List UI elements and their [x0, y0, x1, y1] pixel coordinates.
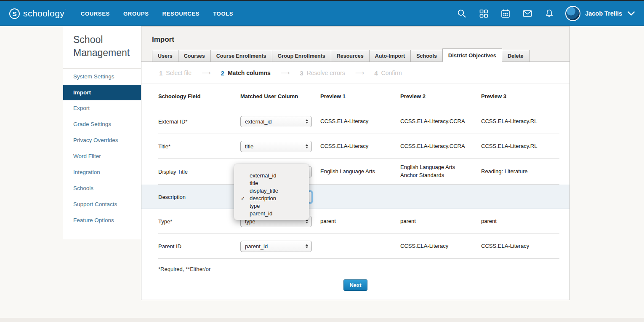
check-icon: ✓: [241, 195, 245, 202]
step-arrow-icon: ⟶: [281, 69, 290, 77]
notifications-icon[interactable]: [544, 8, 554, 19]
menu-item-parent-id[interactable]: parent_id: [234, 210, 309, 217]
column-header-preview-3: Preview 3: [481, 93, 560, 99]
preview-3-value: CCSS.ELA-Literacy.RL: [481, 142, 560, 150]
table-row-type: Type* type parent parent parent: [158, 209, 559, 234]
sidebar-item-privacy-overrides[interactable]: Privacy Overrides: [63, 132, 141, 148]
column-header-matched-user-column: Matched User Column: [240, 93, 320, 99]
menu-item-display-title[interactable]: display_title: [234, 187, 309, 195]
tab-course-enrollments[interactable]: Course Enrollments: [210, 50, 272, 62]
step-arrow-icon: ⟶: [355, 69, 365, 77]
parent-id-select[interactable]: parent_id: [240, 241, 312, 252]
select-value: title: [245, 143, 253, 150]
field-label: Title*: [158, 143, 240, 150]
column-header-schoology-field: Schoology Field: [158, 93, 240, 99]
messages-icon[interactable]: [522, 8, 532, 19]
preview-3-value: CCSS.ELA-Literacy.RL: [481, 118, 560, 126]
sidebar-title: School Management: [63, 26, 141, 69]
step-label: Resolve errors: [307, 70, 345, 76]
sidebar-item-support-contacts[interactable]: Support Contacts: [63, 196, 141, 212]
table-row-display-title: Display Title English Language Arts Engl…: [158, 159, 559, 185]
table-row-title: Title* title CCSS.ELA-Literacy CCSS.ELA-…: [158, 134, 559, 159]
step-select-file: 1 Select file: [159, 70, 192, 77]
field-label: Parent ID: [158, 243, 240, 250]
external-id-select[interactable]: external_id: [240, 116, 312, 127]
preview-1-value: parent: [320, 217, 400, 225]
required-footnote: *Required, **Either/or: [158, 266, 559, 272]
preview-3-value: Reading: Literature: [481, 168, 560, 176]
field-label: Display Title: [158, 169, 240, 175]
step-number: 2: [221, 70, 224, 77]
menu-item-title[interactable]: title: [234, 180, 309, 187]
user-name[interactable]: Jacob Trellis: [585, 10, 622, 17]
sidebar-item-schools[interactable]: Schools: [63, 180, 141, 196]
preview-3-value: CCSS.ELA-Literacy: [481, 242, 560, 250]
field-label: Type*: [158, 218, 240, 225]
nav-item-courses[interactable]: COURSES: [81, 11, 110, 17]
schoology-logo[interactable]: S schoology: [9, 8, 66, 19]
sidebar-item-word-filter[interactable]: Word Filter: [63, 148, 141, 164]
step-resolve-errors: 3 Resolve errors: [300, 70, 345, 77]
tab-district-objectives[interactable]: District Objectives: [442, 48, 502, 62]
title-select[interactable]: title: [240, 141, 312, 152]
page-footer-strip: [0, 318, 644, 322]
preview-3-value: parent: [481, 217, 560, 225]
step-number: 4: [374, 70, 378, 77]
select-arrows-icon: [306, 119, 308, 123]
step-match-columns: 2 Match columns: [221, 70, 271, 77]
nav-item-tools[interactable]: TOOLS: [213, 11, 233, 17]
next-button[interactable]: Next: [343, 279, 367, 291]
page-title: Import: [141, 27, 569, 44]
preview-1-value: CCSS.ELA-Literacy: [320, 142, 400, 150]
tab-resources[interactable]: Resources: [331, 50, 370, 62]
wizard-steps: 1 Select file ⟶ 2 Match columns ⟶ 3 Reso…: [141, 62, 569, 83]
sidebar-item-system-settings[interactable]: System Settings: [63, 69, 141, 85]
tab-courses[interactable]: Courses: [178, 50, 211, 62]
step-number: 1: [159, 70, 162, 77]
table-row-parent-id: Parent ID parent_id CCSS.ELA-Literacy CC…: [158, 234, 559, 259]
calendar-icon[interactable]: [500, 8, 511, 19]
column-dropdown-menu: external_id title display_title ✓ descri…: [234, 164, 309, 220]
tab-delete[interactable]: Delete: [502, 50, 530, 62]
field-label: External ID*: [158, 118, 240, 125]
sidebar-item-feature-options[interactable]: Feature Options: [63, 212, 141, 228]
sidebar-item-import[interactable]: Import: [63, 85, 141, 100]
tab-auto-import[interactable]: Auto-Import: [369, 50, 411, 62]
menu-item-type[interactable]: type: [234, 202, 309, 210]
preview-2-value: English Language Arts Anchor Standards: [400, 164, 481, 180]
schoology-logo-icon: S: [9, 8, 20, 19]
app-grid-icon[interactable]: [479, 8, 489, 19]
column-header-preview-1: Preview 1: [320, 93, 400, 99]
sidebar-item-grade-settings[interactable]: Grade Settings: [63, 116, 141, 132]
panel-header: Import Users Courses Course Enrollments …: [141, 27, 569, 62]
import-tabs: Users Courses Course Enrollments Group E…: [152, 48, 529, 62]
chevron-down-icon[interactable]: [628, 11, 635, 16]
sidebar-item-export[interactable]: Export: [63, 100, 141, 116]
match-table-header: Schoology Field Matched User Column Prev…: [158, 83, 559, 109]
menu-item-external-id[interactable]: external_id: [234, 172, 309, 180]
nav-item-resources[interactable]: RESOURCES: [162, 11, 200, 17]
navbar-right-group: Jacob Trellis: [445, 6, 635, 21]
field-label: Description: [158, 194, 240, 200]
preview-2-value: CCSS.ELA-Literacy.CCRA: [400, 142, 481, 150]
user-avatar[interactable]: [565, 6, 580, 21]
preview-2-value: CCSS.ELA-Literacy.CCRA: [400, 118, 481, 126]
table-row-external-id: External ID* external_id CCSS.ELA-Litera…: [158, 109, 559, 134]
tab-schools[interactable]: Schools: [410, 50, 443, 62]
preview-2-value: parent: [400, 217, 481, 225]
tab-users[interactable]: Users: [152, 50, 178, 62]
top-navbar: S schoology COURSES GROUPS RESOURCES TOO…: [0, 1, 644, 26]
step-label: Match columns: [228, 70, 271, 76]
tab-group-enrollments[interactable]: Group Enrollments: [272, 50, 331, 62]
menu-item-description[interactable]: ✓ description: [234, 195, 309, 202]
step-confirm: 4 Confirm: [374, 70, 402, 77]
sidebar-item-integration[interactable]: Integration: [63, 164, 141, 180]
select-value: parent_id: [245, 243, 268, 250]
column-header-preview-2: Preview 2: [400, 93, 481, 99]
preview-1-value: English Language Arts: [320, 168, 400, 176]
schoology-logo-text: schoology: [23, 8, 66, 19]
search-icon[interactable]: [457, 8, 467, 19]
step-label: Select file: [166, 70, 192, 76]
select-arrows-icon: [306, 144, 308, 148]
nav-item-groups[interactable]: GROUPS: [123, 11, 149, 17]
